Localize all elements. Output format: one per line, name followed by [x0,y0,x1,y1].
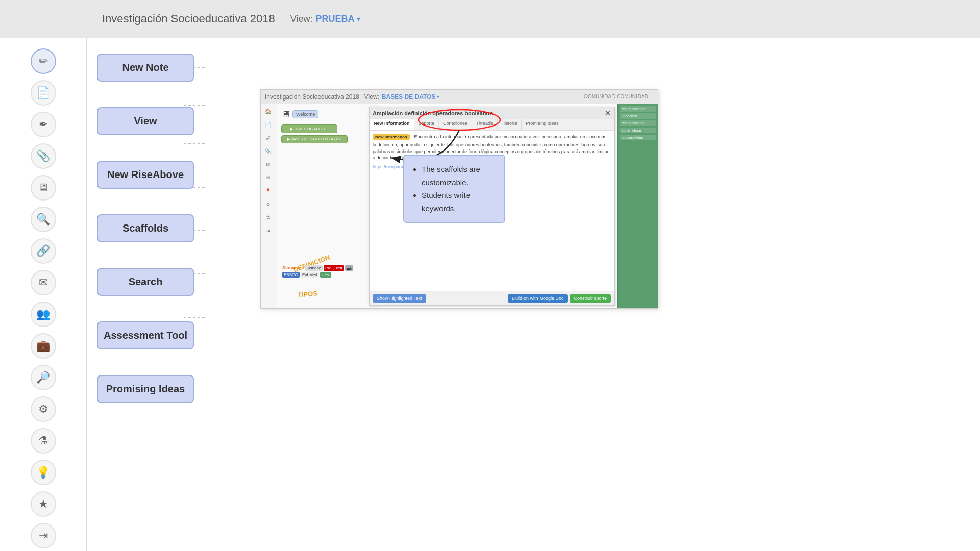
menu-panel: New Note View New RiseAbove Scaffolds Se… [97,54,194,403]
panel-right: res booleanos? imágenes res booleanos st… [617,104,658,308]
paperclip-icon[interactable]: 📎 [31,143,56,169]
tab-new-information[interactable]: New Information [370,119,414,130]
flask-icon[interactable]: ⚗ [31,428,56,454]
sidebar: ✏ 📄 ✒ 📎 🖥 🔍 🔗 ✉ 👥 💼 🔎 ⚙ ⚗ 💡 ★ ⇥ [0,38,87,551]
panel-icon-1[interactable]: 🏠 [262,106,274,116]
tab-soporte[interactable]: Soporte [414,119,439,130]
briefcase-icon[interactable]: 💼 [31,333,56,359]
panel-icon-4[interactable]: 📎 [262,146,274,156]
panel-icon-8[interactable]: ⚙ [262,199,274,209]
note-badge: New Information [373,134,410,140]
note-popup-footer: Show Highlighted Text Build-on with Goog… [370,291,614,305]
app-header: Investigación Socioeducativa 2018 View: … [0,0,980,38]
right-item-3[interactable]: res booleanos [620,120,656,126]
magnify-icon[interactable]: 🔎 [31,365,56,390]
bulb-icon[interactable]: 💡 [31,460,56,485]
note-popup-header: Ampliación definición operadores boolean… [370,107,614,119]
document-icon[interactable]: 📄 [31,80,56,106]
tooltip-box: The scaffolds are customizable. Students… [403,155,505,223]
app-title: Investigación Socioeducativa 2018 [102,12,275,26]
panel-icon-9[interactable]: ⚗ [262,212,274,222]
promising-ideas-button[interactable]: Promising Ideas [97,375,194,403]
email-icon[interactable]: ✉ [31,270,56,295]
tooltip-line-1: The scaffolds are customizable. [422,163,496,189]
exit-icon[interactable]: ⇥ [31,523,56,548]
panel-icon-3[interactable]: 🖊 [262,133,274,143]
mindmap-investigador[interactable]: ▶ INVESTIGADOR... [281,124,337,133]
right-item-1[interactable]: res booleanos? [620,106,656,112]
right-item-2[interactable]: imágenes [620,113,656,119]
panel-icon-10[interactable]: ⇥ [262,226,274,236]
panel-view-label: View: [364,93,379,101]
main-content: New Note View New RiseAbove Scaffolds Se… [87,38,980,551]
gear-icon[interactable]: ⚙ [31,396,56,422]
right-item-5[interactable]: ido con vídeo [620,135,656,140]
mindmap-welcome[interactable]: Welcome [292,110,318,118]
panel-sidebar: 🏠 📄 🖊 📎 🖥 ✉ 📍 ⚙ ⚗ ⇥ [261,104,277,308]
view-value[interactable]: PRUEBA [316,14,355,24]
tooltip-line-2: Students write keywords. [422,189,496,215]
pencil-icon[interactable]: ✏ [31,48,56,74]
note-close-button[interactable]: ✕ [605,109,611,117]
tab-promising-ideas[interactable]: Promising Ideas [522,119,564,130]
tab-threads[interactable]: Threads [472,119,498,130]
panel-icon-5[interactable]: 🖥 [262,159,274,169]
new-note-button[interactable]: New Note [97,54,194,82]
assessment-tool-button[interactable]: Assessment Tool [97,321,194,349]
users-icon[interactable]: 👥 [31,302,56,327]
new-riseabove-button[interactable]: New RiseAbove [97,161,194,189]
mindmap-bases[interactable]: ▶ BASES DE DATOS EN LA EDU [281,135,348,143]
view-dropdown-arrow[interactable]: ▾ [357,15,360,23]
monitor-icon[interactable]: 🖥 [31,175,56,201]
note-tabs: New Information Soporte Conexiones Threa… [370,119,614,131]
tab-historia[interactable]: Historia [498,119,522,130]
pen-icon[interactable]: ✒ [31,112,56,137]
construir-aporte-button[interactable]: Construir aporte [570,294,611,303]
search-sidebar-icon[interactable]: 🔍 [31,207,56,232]
note-title: Ampliación definición operadores boolean… [373,110,493,116]
star-icon[interactable]: ★ [31,491,56,517]
panel-icon-7[interactable]: 📍 [262,186,274,196]
view-label: View: [290,14,313,24]
right-panel-items: res booleanos? imágenes res booleanos st… [618,104,658,144]
search-button[interactable]: Search [97,268,194,296]
build-on-google-doc-button[interactable]: Build-on with Google Doc [508,294,568,303]
view-button[interactable]: View [97,107,194,135]
scaffolds-button[interactable]: Scaffolds [97,214,194,242]
panel-title: Investigación Socioeducativa 2018 [265,93,359,101]
panel-icon-6[interactable]: ✉ [262,172,274,183]
community-label: COMUNIDAD COMUNIDAD ... [584,94,654,99]
tab-conexiones[interactable]: Conexiones [439,119,472,130]
right-item-4[interactable]: sto en clase [620,128,656,133]
link-icon[interactable]: 🔗 [31,238,56,264]
show-highlighted-text-button[interactable]: Show Highlighted Text [373,294,426,303]
panel-header: Investigación Socioeducativa 2018 View: … [261,90,658,104]
mindmap-area: 🖥 Welcome ▶ INVESTIGADOR... ▶ BASES DE D… [277,104,379,308]
panel-icon-2[interactable]: 📄 [262,119,274,130]
panel-view-value[interactable]: BASES DE DATOS [382,93,436,101]
panel-view-arrow[interactable]: ▾ [437,94,439,99]
